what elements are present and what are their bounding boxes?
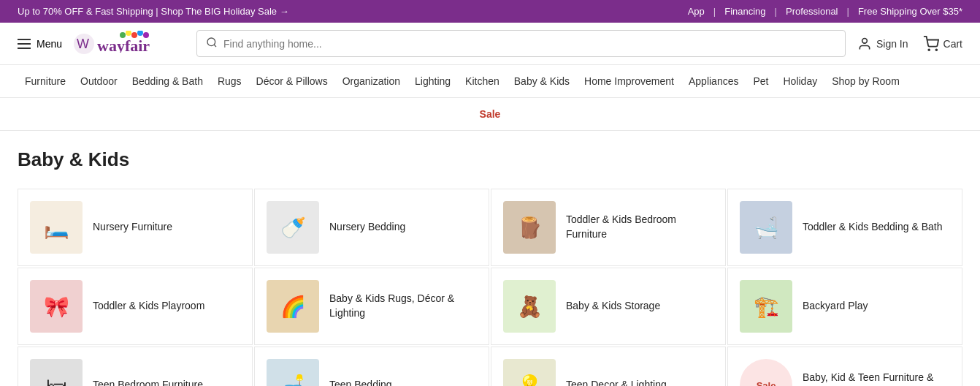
toddler-bedroom-furniture-image: 🪵	[503, 201, 556, 254]
baby-rugs-decor-image: 🌈	[267, 280, 319, 333]
category-toddler-bedroom-furniture-label: Toddler & Kids Bedroom Furniture	[566, 213, 713, 241]
category-teen-decor-lighting[interactable]: 💡 Teen Decor & Lighting	[491, 347, 726, 386]
search-bar[interactable]	[196, 30, 846, 57]
header: Menu W wayfair	[0, 23, 980, 65]
category-backyard-play-label: Backyard Play	[803, 299, 868, 314]
nursery-bedding-image: 🍼	[267, 201, 319, 254]
nav-holiday[interactable]: Holiday	[776, 65, 825, 97]
nav-decor-pillows[interactable]: Décor & Pillows	[249, 65, 335, 97]
cart-label: Cart	[943, 38, 962, 50]
category-teen-bedroom-furniture[interactable]: 🛏 Teen Bedroom Furniture	[18, 347, 253, 386]
banner-shipping-link[interactable]: Free Shipping Over $35*	[858, 6, 962, 17]
category-nursery-bedding-label: Nursery Bedding	[329, 220, 405, 235]
category-teen-bedroom-furniture-label: Teen Bedroom Furniture	[93, 378, 203, 386]
category-baby-teen-sale[interactable]: Sale Baby, Kid & Teen Furniture & Décor …	[727, 347, 962, 386]
cart-icon	[923, 36, 939, 52]
banner-right: App Financing Professional Free Shipping…	[688, 6, 962, 17]
header-right: Sign In Cart	[857, 36, 962, 52]
nav-sale-row: Sale	[0, 98, 980, 131]
top-banner: Up to 70% OFF & Fast Shipping | Shop The…	[0, 0, 980, 23]
nav-sale[interactable]: Sale	[472, 98, 508, 130]
category-baby-storage-label: Baby & Kids Storage	[566, 299, 660, 314]
wayfair-logo-icon: W	[74, 34, 94, 54]
sign-in-button[interactable]: Sign In	[857, 37, 908, 51]
nursery-furniture-image: 🛏️	[30, 201, 83, 254]
nav-rugs[interactable]: Rugs	[210, 65, 249, 97]
category-toddler-bedroom-furniture[interactable]: 🪵 Toddler & Kids Bedroom Furniture	[491, 189, 726, 266]
search-input[interactable]	[223, 38, 836, 50]
logo[interactable]: W wayfair	[74, 31, 185, 57]
category-toddler-playroom[interactable]: 🎀 Toddler & Kids Playroom	[18, 268, 253, 345]
page-title: Baby & Kids	[18, 148, 962, 171]
main-content: Baby & Kids 🛏️ Nursery Furniture 🍼 Nurse…	[0, 131, 980, 386]
category-nursery-furniture[interactable]: 🛏️ Nursery Furniture	[18, 189, 253, 266]
menu-label: Menu	[37, 38, 62, 50]
svg-point-9	[862, 38, 868, 43]
teen-bedroom-furniture-image: 🛏	[30, 359, 83, 386]
nav-pet[interactable]: Pet	[746, 65, 776, 97]
nav-lighting[interactable]: Lighting	[407, 65, 458, 97]
category-toddler-playroom-label: Toddler & Kids Playroom	[93, 299, 204, 314]
logo-text: wayfair	[97, 31, 185, 57]
hamburger-icon	[18, 39, 31, 49]
toddler-bedding-bath-image: 🛁	[740, 201, 792, 254]
baby-storage-image: 🧸	[503, 280, 556, 333]
category-baby-teen-sale-label: Baby, Kid & Teen Furniture & Décor Sale	[803, 371, 950, 386]
toddler-playroom-image: 🎀	[30, 280, 83, 333]
category-baby-rugs-decor[interactable]: 🌈 Baby & Kids Rugs, Décor & Lighting	[254, 268, 489, 345]
nav-appliances[interactable]: Appliances	[681, 65, 746, 97]
category-nursery-bedding[interactable]: 🍼 Nursery Bedding	[254, 189, 489, 266]
category-backyard-play[interactable]: 🏗️ Backyard Play	[727, 268, 962, 345]
nav-home-improvement[interactable]: Home Improvement	[577, 65, 681, 97]
main-nav: Furniture Outdoor Bedding & Bath Rugs Dé…	[0, 65, 980, 98]
sign-in-label: Sign In	[876, 38, 908, 50]
nav-furniture[interactable]: Furniture	[18, 65, 73, 97]
svg-point-11	[935, 49, 937, 50]
svg-point-8	[207, 38, 215, 46]
user-icon	[857, 37, 872, 51]
nav-baby-kids[interactable]: Baby & Kids	[507, 65, 577, 97]
nav-organization[interactable]: Organization	[335, 65, 407, 97]
svg-text:wayfair: wayfair	[97, 37, 150, 53]
nav-kitchen[interactable]: Kitchen	[458, 65, 507, 97]
banner-left[interactable]: Up to 70% OFF & Fast Shipping | Shop The…	[18, 6, 289, 17]
svg-text:W: W	[77, 37, 89, 51]
category-baby-rugs-decor-label: Baby & Kids Rugs, Décor & Lighting	[329, 292, 477, 320]
search-icon	[206, 37, 218, 50]
cart-button[interactable]: Cart	[923, 36, 962, 52]
category-teen-decor-lighting-label: Teen Decor & Lighting	[566, 378, 667, 386]
banner-financing-link[interactable]: Financing	[724, 6, 777, 17]
banner-professional-link[interactable]: Professional	[786, 6, 849, 17]
wayfair-wordmark: wayfair	[97, 31, 185, 53]
category-toddler-bedding-bath-label: Toddler & Kids Bedding & Bath	[803, 220, 942, 235]
nav-outdoor[interactable]: Outdoor	[73, 65, 125, 97]
category-nursery-furniture-label: Nursery Furniture	[93, 220, 172, 235]
sale-badge: Sale	[740, 359, 792, 386]
category-toddler-bedding-bath[interactable]: 🛁 Toddler & Kids Bedding & Bath	[727, 189, 962, 266]
svg-point-10	[928, 49, 930, 50]
category-baby-storage[interactable]: 🧸 Baby & Kids Storage	[491, 268, 726, 345]
svg-point-5	[137, 31, 143, 36]
backyard-play-image: 🏗️	[740, 280, 792, 333]
category-grid: 🛏️ Nursery Furniture 🍼 Nursery Bedding 🪵…	[18, 189, 962, 386]
teen-bedding-image: 🛋️	[267, 359, 319, 386]
menu-button[interactable]: Menu	[18, 38, 62, 50]
banner-app-link[interactable]: App	[688, 6, 716, 17]
category-teen-bedding[interactable]: 🛋️ Teen Bedding	[254, 347, 489, 386]
svg-point-3	[126, 31, 131, 36]
category-teen-bedding-label: Teen Bedding	[329, 378, 392, 386]
teen-decor-lighting-image: 💡	[503, 359, 556, 386]
nav-bedding-bath[interactable]: Bedding & Bath	[125, 65, 210, 97]
banner-promo-text: Up to 70% OFF & Fast Shipping | Shop The…	[18, 6, 289, 17]
nav-shop-by-room[interactable]: Shop by Room	[824, 65, 907, 97]
